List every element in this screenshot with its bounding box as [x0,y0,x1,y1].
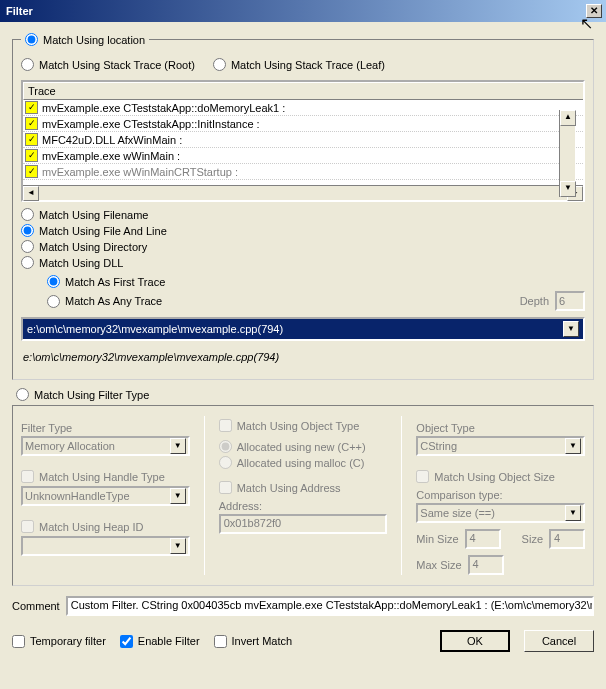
min-size-input[interactable]: 4 [465,529,501,549]
match-filter-type-radio[interactable]: Match Using Filter Type [16,388,594,401]
scroll-up-icon[interactable]: ▲ [560,110,576,126]
path-dropdown[interactable]: e:\om\c\memory32\mvexample\mvexample.cpp… [21,317,585,341]
match-handle-type-check[interactable]: Match Using Handle Type [21,470,190,483]
trace-row[interactable]: ✓mvExample.exe CTeststakApp::InitInstanc… [23,116,583,132]
title-bar: Filter ✕ [0,0,606,22]
trace-check-icon[interactable]: ✓ [25,165,38,178]
trace-row[interactable]: ✓mvExample.exe wWinMainCRTStartup : [23,164,583,180]
trace-row[interactable]: ✓mvExample.exe CTeststakApp::doMemoryLea… [23,100,583,116]
vertical-scrollbar[interactable]: ▲ ▼ [559,110,575,197]
size-input[interactable]: 4 [549,529,585,549]
temporary-filter-check[interactable]: Temporary filter [12,635,106,648]
trace-check-icon[interactable]: ✓ [25,133,38,146]
address-input[interactable]: 0x01b872f0 [219,514,388,534]
trace-check-icon[interactable]: ✓ [25,149,38,162]
chevron-down-icon[interactable]: ▼ [170,488,186,504]
match-address-check[interactable]: Match Using Address [219,481,388,494]
match-object-size-check[interactable]: Match Using Object Size [416,470,585,483]
trace-header: Trace [23,82,583,100]
trace-check-icon[interactable]: ✓ [25,101,38,114]
handle-type-select[interactable]: UnknownHandleType▼ [21,486,190,506]
max-size-input[interactable]: 4 [468,555,504,575]
path-readout: e:\om\c\memory32\mvexample\mvexample.cpp… [23,351,583,363]
object-type-label: Object Type [416,422,585,434]
heap-id-select[interactable]: ▼ [21,536,190,556]
match-directory-radio[interactable]: Match Using Directory [21,240,585,253]
match-location-radio[interactable]: Match Using location [25,33,145,46]
depth-label: Depth [520,295,549,307]
horizontal-scrollbar[interactable]: ◄ ► [23,185,583,200]
max-size-label: Max Size [416,559,461,571]
chevron-down-icon[interactable]: ▼ [563,321,579,337]
chevron-down-icon[interactable]: ▼ [170,438,186,454]
comment-label: Comment [12,600,60,612]
cancel-button[interactable]: Cancel [524,630,594,652]
match-first-trace-radio[interactable]: Match As First Trace [47,275,585,288]
trace-row[interactable]: ✓mvExample.exe wWinMain : [23,148,583,164]
close-button[interactable]: ✕ [586,4,602,18]
ok-button[interactable]: OK [440,630,510,652]
match-object-type-check[interactable]: Match Using Object Type [219,419,388,432]
match-location-group: Match Using location Match Using Stack T… [12,30,594,380]
invert-match-check[interactable]: Invert Match [214,635,293,648]
comparison-select[interactable]: Same size (==)▼ [416,503,585,523]
alloc-new-radio[interactable]: Allocated using new (C++) [219,440,388,453]
match-heap-id-check[interactable]: Match Using Heap ID [21,520,190,533]
chevron-down-icon[interactable]: ▼ [170,538,186,554]
match-dll-radio[interactable]: Match Using DLL [21,256,585,269]
object-type-select[interactable]: CString▼ [416,436,585,456]
chevron-down-icon[interactable]: ▼ [565,438,581,454]
enable-filter-check[interactable]: Enable Filter [120,635,200,648]
trace-listbox[interactable]: Trace ✓mvExample.exe CTeststakApp::doMem… [21,80,585,202]
trace-row[interactable]: ✓MFC42uD.DLL AfxWinMain : [23,132,583,148]
match-any-trace-radio[interactable]: Match As Any Trace [47,295,520,308]
trace-check-icon[interactable]: ✓ [25,117,38,130]
chevron-down-icon[interactable]: ▼ [565,505,581,521]
match-file-line-radio[interactable]: Match Using File And Line [21,224,585,237]
comment-input[interactable]: Custom Filter. CString 0x004035cb mvExam… [66,596,594,616]
address-label: Address: [219,500,388,512]
window-title: Filter [6,5,586,17]
match-filename-radio[interactable]: Match Using Filename [21,208,585,221]
filter-type-label: Filter Type [21,422,190,434]
match-stack-leaf-radio[interactable]: Match Using Stack Trace (Leaf) [213,58,385,71]
match-stack-root-radio[interactable]: Match Using Stack Trace (Root) [21,58,195,71]
scroll-left-icon[interactable]: ◄ [23,186,39,201]
filter-type-select[interactable]: Memory Allocation▼ [21,436,190,456]
min-size-label: Min Size [416,533,458,545]
comparison-label: Comparison type: [416,489,585,501]
scroll-down-icon[interactable]: ▼ [560,181,576,197]
alloc-malloc-radio[interactable]: Allocated using malloc (C) [219,456,388,469]
depth-input[interactable] [555,291,585,311]
size-label: Size [522,533,543,545]
